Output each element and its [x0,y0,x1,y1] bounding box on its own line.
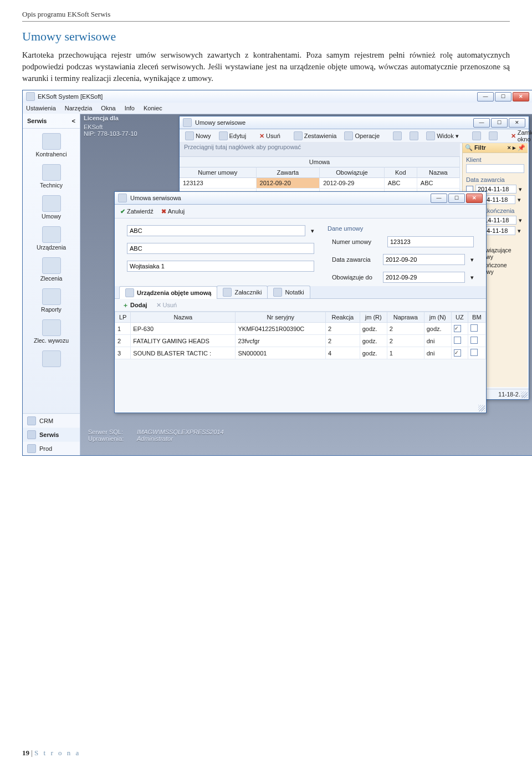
checkbox[interactable] [454,349,461,357]
menu-item[interactable]: Ustawienia [26,105,56,111]
toolbar-label: Operacje [355,133,380,139]
filter-title: Filtr [474,144,486,151]
sidebar-item-raporty[interactable]: Raporty [23,284,80,315]
table-row[interactable]: 1231232012-09-202012-09-29ABCABC [180,178,460,189]
page-footer: 19 | S t r o n a [22,749,80,757]
close-button[interactable]: ✕ [509,118,525,128]
calendar-icon[interactable]: ▾ [518,196,521,203]
client-select[interactable] [127,225,305,236]
toolbar-label: Usuń [163,302,177,308]
sidebar-item-zlecenia[interactable]: Zlecenia [23,253,80,284]
sidebar-module-crm[interactable]: CRM [23,414,80,428]
close-window-button[interactable]: ✕Zamknij okno [509,128,532,144]
toolbar-label: Zatwierdź [127,208,154,215]
filter-group: Data zawarcia [466,176,524,183]
close-button[interactable]: ✕ [513,92,529,101]
client-name-input[interactable] [127,243,314,254]
sidebar-module-prod[interactable]: Prod [23,441,80,455]
table-row[interactable]: 3SOUND BLASTER TACTIC :SN0000014godz.1dn… [115,347,486,359]
tab-devices[interactable]: Urządzenia objęte umową [119,286,217,299]
valid-until-input[interactable] [383,272,465,283]
search-button[interactable] [391,130,404,141]
confirm-button[interactable]: ✔Zatwierdź [118,207,156,216]
status-text: 11-18-2… [498,391,524,398]
sidebar-item-zlec-wywozu[interactable]: Zlec. wywozu [23,315,80,346]
sidebar-item-label: Zlec. wywozu [24,337,79,344]
add-button[interactable]: ＋Dodaj [120,300,150,311]
col-header[interactable]: Numer umowy [180,167,256,178]
col-header[interactable]: BM [468,312,485,323]
calendar-icon[interactable]: ▾ [470,274,474,281]
cancel-icon: ✖ [161,208,166,215]
col-header[interactable]: UZ [451,312,468,323]
size-grip[interactable] [478,405,485,411]
col-header[interactable]: Nr seryjny [236,312,326,323]
col-header[interactable]: Kod [384,167,417,178]
new-button[interactable]: Nowy [183,130,213,141]
sidebar-item-technicy[interactable]: Technicy [23,160,80,191]
delete-button[interactable]: ✕Usuń [257,131,283,141]
devices-toolbar: ＋Dodaj ✕Usuń [115,299,486,312]
menu-item[interactable]: Okna [101,105,115,111]
col-header[interactable]: LP [115,312,131,323]
client-address-input[interactable] [127,261,314,272]
minimize-button[interactable]: — [431,194,447,203]
maximize-button[interactable]: ☐ [491,118,508,128]
view-button[interactable]: Widok ▾ [424,130,461,141]
size-grip[interactable] [521,391,528,398]
calendar-icon[interactable]: ▾ [519,186,522,192]
calendar-icon[interactable]: ▾ [470,256,474,263]
col-header[interactable]: Reakcja [326,312,360,323]
menu-item[interactable]: Info [125,105,135,111]
sidebar-item-urzadzenia[interactable]: Urządzenia [23,222,80,253]
col-header[interactable]: Nazwa [131,312,236,323]
dropdown-icon[interactable]: ▾ [311,227,314,235]
checkbox[interactable] [470,324,478,332]
groupbar[interactable]: Przeciągnij tutaj nagłówek aby pogrupowa… [180,142,460,157]
checkbox[interactable] [470,349,478,356]
columns-button[interactable] [487,130,500,141]
sidebar-module-label: CRM [39,418,53,424]
col-header[interactable]: jm (N) [424,312,451,323]
remove-button[interactable]: ✕Usuń [154,301,180,310]
search-icon [393,131,402,140]
edit-button[interactable]: Edytuj [217,130,249,141]
col-header[interactable]: jm (R) [360,312,387,323]
calendar-icon[interactable]: ▾ [519,217,522,223]
sidebar-module-serwis[interactable]: Serwis [23,428,80,441]
refresh-button[interactable] [407,130,421,141]
sidebar-collapse-icon[interactable]: < [72,118,75,124]
maximize-button[interactable]: ☐ [495,92,511,101]
contract-number-input[interactable] [387,236,474,247]
checkbox[interactable] [470,337,478,344]
notes-icon [273,288,282,297]
menu-item[interactable]: Narzędzia [65,105,93,111]
cancel-button[interactable]: ✖Anuluj [159,207,187,216]
minimize-button[interactable]: — [473,118,490,128]
checkbox[interactable] [454,325,461,332]
sidebar-item-calendar[interactable] [23,346,80,370]
filter-klient-input[interactable] [466,164,524,173]
tree-button[interactable] [470,130,483,141]
table-row[interactable]: 2FATALITY GAMING HEADS23fvcfgr2godz.2dni [115,335,486,347]
checkbox[interactable] [454,337,461,344]
pin-icon[interactable]: × ▸ 📌 [507,144,525,151]
reports-button[interactable]: Zestawienia [291,130,339,141]
tab-notes[interactable]: Notatki [267,286,310,298]
col-header[interactable]: Zawarta [256,167,320,178]
tab-attachments[interactable]: Załaczniki [217,286,268,298]
minimize-button[interactable]: — [477,92,494,101]
col-header[interactable]: Nazwa [417,167,459,178]
truck-icon [42,319,61,336]
contract-date-input[interactable] [383,254,465,265]
calendar-icon[interactable]: ▾ [518,227,521,234]
operations-button[interactable]: Operacje [342,130,382,141]
col-header[interactable]: Naprawa [387,312,424,323]
table-row[interactable]: 1EP-630YKMF0412251R00390C2godz.2godz. [115,323,486,335]
close-button[interactable]: ✕ [466,194,483,203]
sidebar-item-kontrahenci[interactable]: Kontrahenci [23,129,80,160]
sidebar-item-umowy[interactable]: Umowy [23,191,80,222]
menu-item[interactable]: Koniec [144,105,162,111]
maximize-button[interactable]: ☐ [448,194,465,203]
col-header[interactable]: Obowiązuje [320,167,385,178]
